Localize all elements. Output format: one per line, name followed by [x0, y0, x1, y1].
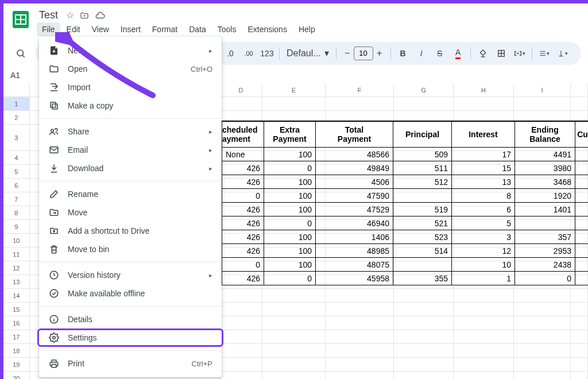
data-cell[interactable]: 0: [222, 189, 264, 203]
data-cell[interactable]: 0: [264, 272, 316, 285]
data-cell[interactable]: 509: [393, 148, 452, 161]
search-button[interactable]: [10, 43, 31, 64]
data-cell[interactable]: 12: [452, 244, 515, 258]
data-cell[interactable]: 1406: [316, 230, 393, 244]
row-header[interactable]: 12: [3, 261, 30, 275]
menu-version-history[interactable]: Version history▸: [39, 266, 222, 284]
row-header[interactable]: 19: [3, 358, 30, 372]
row-header[interactable]: 6: [3, 179, 30, 192]
bold-button[interactable]: B: [396, 46, 411, 61]
menu-edit[interactable]: Edit: [61, 22, 86, 36]
cloud-status-icon[interactable]: [95, 10, 105, 21]
strike-button[interactable]: S: [432, 46, 447, 61]
sheets-logo[interactable]: [9, 8, 32, 31]
row-header[interactable]: 8: [3, 206, 30, 220]
row-header[interactable]: 11: [3, 247, 30, 261]
data-cell[interactable]: 48985: [316, 244, 393, 258]
menu-add-shortcut[interactable]: Add a shortcut to Drive: [39, 222, 222, 240]
menu-share[interactable]: Share▸: [39, 122, 222, 141]
data-cell[interactable]: 426: [222, 230, 264, 244]
col-header[interactable]: D: [220, 83, 263, 97]
row-header[interactable]: 3: [3, 125, 30, 151]
menu-offline[interactable]: Make available offline: [39, 284, 222, 303]
data-cell[interactable]: None: [222, 148, 264, 161]
menu-view[interactable]: View: [87, 22, 114, 36]
menu-import[interactable]: Import: [39, 78, 222, 96]
data-cell[interactable]: 2438: [515, 258, 575, 272]
data-cell[interactable]: 3980: [515, 161, 575, 175]
borders-button[interactable]: [494, 46, 509, 61]
col-header[interactable]: [571, 83, 588, 97]
menu-download[interactable]: Download▸: [39, 159, 222, 177]
data-cell[interactable]: 2953: [515, 244, 575, 258]
data-cell[interactable]: 46940: [316, 216, 393, 230]
data-cell[interactable]: 0: [264, 161, 316, 175]
data-cell[interactable]: 426: [222, 175, 264, 189]
halign-button[interactable]: ▾: [537, 46, 552, 61]
row-header[interactable]: 13: [3, 275, 30, 289]
data-cell[interactable]: 1920: [515, 189, 575, 203]
fill-color-button[interactable]: [475, 46, 490, 61]
data-cell[interactable]: 100: [264, 244, 316, 258]
data-cell[interactable]: 511: [393, 161, 452, 175]
row-header[interactable]: 16: [3, 316, 30, 330]
data-cell[interactable]: [515, 216, 575, 230]
data-cell[interactable]: 523: [393, 230, 452, 244]
merge-button[interactable]: ▾: [512, 46, 527, 61]
data-cell[interactable]: 5: [452, 216, 515, 230]
data-cell[interactable]: 426: [222, 203, 264, 216]
font-selector[interactable]: Defaul...▾: [284, 48, 331, 59]
data-cell[interactable]: 357: [515, 230, 575, 244]
data-cell[interactable]: 13: [452, 175, 515, 189]
menu-extensions[interactable]: Extensions: [242, 22, 292, 36]
data-cell[interactable]: 48075: [316, 258, 393, 272]
data-cell[interactable]: 0: [515, 272, 575, 285]
menu-rename[interactable]: Rename: [39, 185, 222, 203]
row-header[interactable]: 14: [3, 289, 30, 303]
valign-button[interactable]: ▾: [555, 46, 570, 61]
row-header[interactable]: 15: [3, 303, 30, 316]
italic-button[interactable]: I: [414, 46, 429, 61]
row-header[interactable]: 7: [3, 192, 30, 206]
data-cell[interactable]: [393, 258, 452, 272]
menu-make-copy[interactable]: Make a copy: [39, 96, 222, 115]
data-cell[interactable]: 0: [222, 258, 264, 272]
menu-open[interactable]: OpenCtrl+O: [39, 60, 222, 78]
data-cell[interactable]: 100: [264, 189, 316, 203]
data-cell[interactable]: 47590: [316, 189, 393, 203]
row-header[interactable]: 1: [3, 97, 30, 111]
row-header[interactable]: 2: [3, 111, 30, 125]
row-header[interactable]: 20: [3, 372, 30, 379]
data-cell[interactable]: 48566: [316, 148, 393, 161]
menu-data[interactable]: Data: [184, 22, 211, 36]
move-folder-icon[interactable]: [80, 11, 89, 20]
data-cell[interactable]: 17: [452, 148, 515, 161]
data-cell[interactable]: 8: [452, 189, 515, 203]
data-cell[interactable]: [393, 189, 452, 203]
increase-decimal-button[interactable]: .00: [241, 46, 256, 61]
menu-insert[interactable]: Insert: [115, 22, 146, 36]
row-header[interactable]: 9: [3, 220, 30, 234]
data-cell[interactable]: 0: [264, 216, 316, 230]
data-cell[interactable]: 6: [452, 203, 515, 216]
font-size-increase[interactable]: +: [373, 48, 386, 59]
row-header[interactable]: 5: [3, 165, 30, 179]
menu-file[interactable]: File: [37, 22, 60, 36]
decrease-decimal-button[interactable]: .0: [223, 46, 238, 61]
menu-details[interactable]: Details: [39, 310, 222, 328]
row-header[interactable]: 17: [3, 330, 30, 344]
data-cell[interactable]: 426: [222, 216, 264, 230]
data-cell[interactable]: 3: [452, 230, 515, 244]
menu-email[interactable]: Email▸: [39, 141, 222, 159]
menu-tools[interactable]: Tools: [212, 22, 242, 36]
data-cell[interactable]: 426: [222, 244, 264, 258]
menu-move[interactable]: Move: [39, 203, 222, 222]
document-title[interactable]: Test: [37, 8, 60, 22]
data-cell[interactable]: 100: [264, 230, 316, 244]
col-header[interactable]: G: [394, 83, 454, 97]
data-cell[interactable]: 100: [264, 203, 316, 216]
menu-help[interactable]: Help: [293, 22, 320, 36]
data-cell[interactable]: 519: [393, 203, 452, 216]
data-cell[interactable]: 355: [393, 272, 452, 285]
data-cell[interactable]: 100: [264, 148, 316, 161]
